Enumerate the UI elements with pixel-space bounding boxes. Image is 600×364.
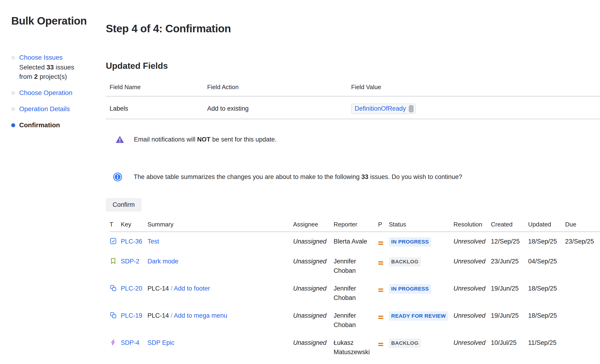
story-icon (110, 257, 117, 267)
issue-row: SDP-2Dark modeUnassignedJennifer ChobanB… (110, 252, 600, 279)
selected-issues-summary: Selected 33 issues from 2 project(s) (19, 63, 82, 82)
subtask-icon (110, 284, 117, 294)
warning-triangle-icon (115, 135, 124, 144)
column-field-name: Field Name (106, 83, 207, 96)
issue-row: PLC-19PLC-14 / Add to mega menuUnassigne… (110, 306, 600, 333)
updated-date: 18/Sep/25 (528, 238, 557, 245)
issue-key-link[interactable]: PLC-36 (121, 238, 142, 245)
issues-table: T Key Summary Assignee Reporter P Status… (110, 221, 600, 364)
issue-row: PLC-20PLC-14 / Add to footerUnassignedJe… (110, 279, 600, 306)
step-choose-issues-link[interactable]: Choose Issues (19, 53, 63, 62)
project-count: 2 (34, 73, 38, 80)
column-field-value: Field Value (351, 83, 600, 96)
column-created: Created (491, 221, 528, 232)
resolution-value: Unresolved (453, 285, 486, 292)
resolution-value: Unresolved (453, 258, 486, 265)
column-field-action: Field Action (207, 83, 351, 96)
created-date: 19/Jun/25 (491, 285, 519, 292)
due-date: 23/Sep/25 (565, 238, 594, 245)
label-tag-pill-icon (409, 105, 414, 112)
updated-date: 04/Sep/25 (528, 258, 557, 265)
created-date: 19/Jun/25 (491, 312, 519, 319)
confirm-button[interactable]: Confirm (106, 198, 142, 211)
column-priority: P (378, 221, 389, 232)
selected-count: 33 (47, 64, 54, 71)
issue-key-link[interactable]: SDP-2 (121, 258, 140, 265)
summary-parent-key: PLC-14 (148, 285, 169, 292)
column-type: T (110, 221, 121, 232)
reporter-value: Jennifer Choban (334, 258, 356, 274)
issue-summary-link[interactable]: Add to footer (174, 285, 210, 292)
info-circle-icon (113, 172, 122, 182)
issue-summary-link[interactable]: SDP Epic (148, 339, 174, 346)
issue-row: SDP-4SDP EpicUnassignedŁukasz Matuszewsk… (110, 333, 600, 361)
summary-parent-key: PLC-14 (148, 312, 169, 319)
updated-date: 11/Sep/25 (528, 339, 556, 346)
issue-key-link[interactable]: PLC-19 (121, 312, 142, 319)
step-operation-details-link[interactable]: Operation Details (19, 104, 70, 114)
info-notice: The above table summarizes the changes y… (113, 172, 600, 182)
label-tag: DefinitionOfReady (351, 104, 416, 114)
issue-key-link[interactable]: SDP-4 (121, 339, 140, 346)
epic-icon (110, 339, 117, 349)
issues-table-header: T Key Summary Assignee Reporter P Status… (110, 221, 600, 232)
issue-key-link[interactable]: PLC-20 (121, 285, 142, 292)
step-choose-issues[interactable]: Choose Issues (11, 53, 105, 62)
summary-separator: / (169, 312, 174, 319)
step-heading: Step 4 of 4: Confirmation (106, 22, 600, 35)
created-date: 23/Jun/25 (491, 258, 519, 265)
issue-row: PLC-34PLC-29 / BlogUnassignedJennifer Ch… (110, 361, 600, 364)
column-resolution: Resolution (453, 221, 491, 232)
updated-date: 18/Sep/25 (528, 312, 557, 319)
step-bullet-active-icon (11, 123, 15, 127)
page-title: Bulk Operation (11, 15, 105, 27)
issue-row: PLC-36TestUnassignedBlerta AvaleIN PROGR… (110, 232, 600, 252)
column-due: Due (565, 221, 600, 232)
resolution-value: Unresolved (453, 312, 486, 319)
warning-notice: Email notifications will NOT be sent for… (115, 135, 600, 144)
step-confirmation-label: Confirmation (19, 120, 60, 130)
reporter-value: Blerta Avale (334, 238, 367, 245)
issue-summary-link[interactable]: Add to mega menu (174, 312, 227, 319)
resolution-value: Unresolved (453, 238, 486, 245)
step-bullet-icon (11, 91, 15, 95)
column-status: Status (389, 221, 453, 232)
created-date: 12/Sep/25 (491, 238, 520, 245)
updated-field-row: Labels Add to existing DefinitionOfReady (106, 96, 600, 119)
label-value-link[interactable]: DefinitionOfReady (355, 105, 406, 112)
step-operation-details[interactable]: Operation Details (11, 104, 105, 114)
step-choose-operation[interactable]: Choose Operation (11, 88, 105, 98)
summary-separator: / (169, 285, 174, 292)
created-date: 10/Jul/25 (491, 339, 517, 346)
step-bullet-icon (11, 107, 15, 111)
task-icon (110, 237, 117, 247)
updated-fields-heading: Updated Fields (106, 61, 600, 71)
priority-medium-icon (378, 313, 384, 322)
column-key: Key (121, 221, 148, 232)
assignee-value: Unassigned (293, 238, 327, 245)
main-content: Step 4 of 4: Confirmation Updated Fields… (105, 0, 600, 364)
assignee-value: Unassigned (293, 258, 327, 265)
reporter-value: Łukasz Matuszewski (334, 339, 370, 355)
assignee-value: Unassigned (293, 312, 327, 319)
priority-medium-icon (378, 286, 384, 295)
step-choose-operation-link[interactable]: Choose Operation (19, 88, 72, 98)
issue-summary-link[interactable]: Test (148, 238, 159, 245)
assignee-value: Unassigned (293, 285, 327, 292)
info-text: The above table summarizes the changes y… (134, 173, 462, 181)
priority-medium-icon (378, 239, 384, 248)
step-confirmation: Confirmation (11, 120, 105, 130)
status-badge: BACKLOG (389, 257, 421, 266)
updated-date: 18/Sep/25 (528, 285, 557, 292)
issues-table-body: PLC-36TestUnassignedBlerta AvaleIN PROGR… (110, 232, 600, 364)
subtask-icon (110, 312, 117, 321)
priority-medium-icon (378, 259, 384, 268)
bulk-operation-page: Bulk Operation Choose Issues Selected 33… (0, 0, 600, 364)
status-badge: READY FOR REVIEW (389, 311, 448, 321)
status-badge: IN PROGRESS (389, 284, 431, 294)
field-name: Labels (106, 96, 207, 119)
step-bullet-icon (11, 56, 15, 60)
issue-summary-link[interactable]: Dark mode (148, 258, 178, 265)
field-action: Add to existing (207, 96, 351, 119)
wizard-steps: Choose Issues Selected 33 issues from 2 … (11, 53, 105, 130)
